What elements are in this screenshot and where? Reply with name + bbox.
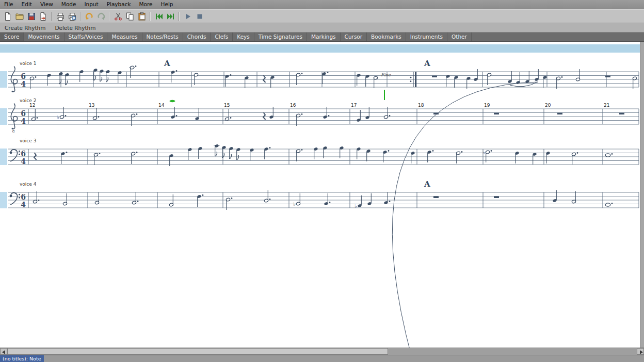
tab-chords[interactable]: Chords <box>183 32 211 41</box>
redo-button[interactable] <box>95 10 107 22</box>
treble-8-clef-icon: 8 <box>11 104 17 134</box>
tab-notes-rests[interactable]: Notes/Rests <box>142 32 183 41</box>
tab-movements[interactable]: Movements <box>24 32 64 41</box>
copy-button[interactable] <box>124 10 136 22</box>
score-text: 18 <box>418 103 424 108</box>
whole-rest[interactable] <box>432 76 437 77</box>
tab-markings[interactable]: Markings <box>307 32 341 41</box>
menu-view[interactable]: View <box>36 0 57 9</box>
score-canvas[interactable]: voice 164AAFinevoice 2864121314151617181… <box>0 42 640 348</box>
menu-mode[interactable]: Mode <box>57 0 81 9</box>
score-text: 12 <box>29 103 35 108</box>
score-text: 4 <box>21 157 26 166</box>
redo-icon <box>96 12 106 21</box>
tab-staffs-voices[interactable]: Staffs/Voices <box>65 32 108 41</box>
print-preview-button[interactable] <box>66 10 78 22</box>
play-button[interactable] <box>182 10 194 22</box>
note[interactable] <box>605 203 610 206</box>
menu-playback[interactable]: Playback <box>103 0 135 9</box>
new-button[interactable] <box>2 10 13 22</box>
score-text: voice 3 <box>20 138 36 143</box>
bass-clef-icon <box>10 150 20 161</box>
score-text: ♭ <box>355 203 357 209</box>
quarter-rest[interactable] <box>263 75 266 83</box>
score-text: ♭ <box>293 201 296 207</box>
undo-button[interactable] <box>83 10 95 22</box>
score-text: A <box>164 59 170 68</box>
print-preview-icon <box>68 12 77 21</box>
score-text: 14 <box>158 103 165 108</box>
menu-file[interactable]: File <box>0 0 18 9</box>
tab-clefs[interactable]: Clefs <box>211 32 233 41</box>
tab-score[interactable]: Score <box>0 32 24 41</box>
score-text: 13 <box>89 103 94 108</box>
staff-left-strip <box>0 149 7 165</box>
quarter-rest[interactable] <box>263 112 266 120</box>
selected-marking[interactable] <box>170 100 175 102</box>
scrollbar-track[interactable] <box>7 348 637 355</box>
save-icon <box>27 12 36 21</box>
scrollbar-thumb[interactable] <box>7 348 388 355</box>
score-text: 6 <box>21 109 26 118</box>
score-text: ♭ <box>482 150 485 155</box>
open-button[interactable] <box>13 10 25 22</box>
export-button[interactable] <box>37 10 49 22</box>
stop-button[interactable] <box>194 10 205 22</box>
whole-rest[interactable] <box>494 113 499 114</box>
undo-icon <box>85 12 94 21</box>
print-button[interactable] <box>54 10 66 22</box>
status-bar: (no titles): Note <box>0 355 644 362</box>
menu-bar: File Edit View Mode Input Playback More … <box>0 0 644 9</box>
tab-instruments[interactable]: Instruments <box>406 32 447 41</box>
tab-time-signatures[interactable]: Time Signatures <box>254 32 307 41</box>
menu-more[interactable]: More <box>135 0 157 9</box>
right-gutter <box>640 42 644 348</box>
whole-rest[interactable] <box>494 196 499 198</box>
staff-voice-4[interactable]: voice 464♭♭A <box>0 179 639 210</box>
status-message: (no titles): Note <box>0 355 44 362</box>
export-icon <box>39 12 48 21</box>
tab-keys[interactable]: Keys <box>233 32 254 41</box>
menu-input[interactable]: Input <box>80 0 102 9</box>
skip-to-end-button[interactable] <box>165 10 176 22</box>
scroll-left-button[interactable] <box>0 348 7 355</box>
quarter-rest[interactable] <box>34 153 37 160</box>
tab-cursor[interactable]: Cursor <box>341 32 367 41</box>
score-text: 16 <box>290 103 296 108</box>
whole-rest[interactable] <box>619 113 624 114</box>
staff-left-strip <box>0 71 7 88</box>
page-top-band <box>0 44 640 53</box>
note[interactable] <box>605 154 610 157</box>
scroll-left-arrow-icon <box>2 350 5 354</box>
toolbar-separator <box>80 12 81 21</box>
tab-bookmarks[interactable]: Bookmarks <box>367 32 406 41</box>
cut-button[interactable] <box>112 10 124 22</box>
tab-other[interactable]: Other <box>447 32 472 41</box>
save-button[interactable] <box>25 10 37 22</box>
score-text: 4 <box>21 117 26 125</box>
score-text: A <box>424 59 430 68</box>
skip-to-start-button[interactable] <box>153 10 165 22</box>
scroll-right-button[interactable] <box>637 348 644 355</box>
score-text: 6 <box>21 150 26 158</box>
menu-help[interactable]: Help <box>157 0 178 9</box>
play-icon <box>183 12 192 21</box>
whole-rest[interactable] <box>433 196 439 198</box>
toolbar-separator <box>150 12 151 21</box>
scroll-right-arrow-icon <box>640 350 643 354</box>
whole-rest[interactable] <box>605 76 610 77</box>
score-text: 17 <box>351 103 357 108</box>
delete-rhythm-button[interactable]: Delete Rhythm <box>50 24 100 31</box>
staff-voice-3[interactable]: voice 364♭ <box>0 138 639 166</box>
whole-rest[interactable] <box>433 113 439 114</box>
menu-edit[interactable]: Edit <box>18 0 36 9</box>
staff-voice-2[interactable]: voice 286412131415161718192021♭ <box>0 98 639 134</box>
paste-button[interactable] <box>136 10 148 22</box>
create-rhythm-button[interactable]: Create Rhythm <box>0 24 50 31</box>
toolbar-separator <box>51 12 52 21</box>
mode-tab-bar: Score Movements Staffs/Voices Measures N… <box>0 32 644 42</box>
tab-measures[interactable]: Measures <box>107 32 142 41</box>
score-text: 6 <box>21 72 26 80</box>
whole-rest[interactable] <box>557 113 562 114</box>
staff-left-strip <box>0 108 7 125</box>
